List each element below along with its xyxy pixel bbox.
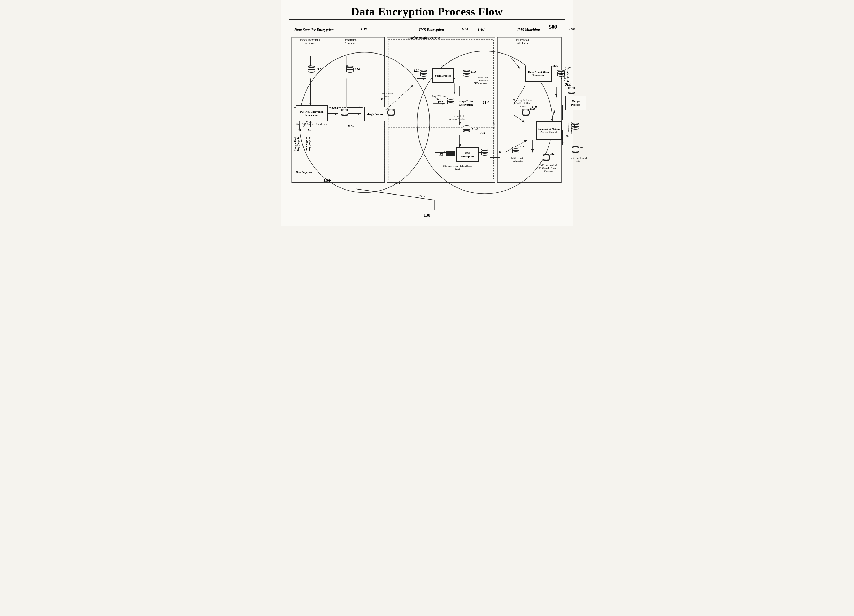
- ims-longitudinal-db-label: IMS Longitudinal Database: [567, 120, 575, 135]
- ref-116b-right: 116b: [419, 194, 426, 199]
- two-key-encryption-box: Two-Key Encryption Application: [296, 105, 328, 122]
- data-acquisition-box: Data Acquisition Processes: [525, 66, 552, 82]
- patient-attrs-label: Patient Identifiable Attributes: [300, 38, 321, 45]
- longitudinal-linking-box: Longitudinal Linking Process (Stage 4): [537, 122, 562, 140]
- ref-121-file: 121: [381, 97, 385, 101]
- section-label-ims-encryption: IMS Encryption: [419, 28, 444, 32]
- prescription-attrs-left-label: Prescription Attributes: [341, 38, 360, 45]
- ref-124: 124: [480, 131, 485, 135]
- merge-process-right-box: Merge Process: [565, 96, 586, 110]
- section-label-data-supplier: Data Supplier Encryption: [294, 28, 334, 32]
- ims-sub-label: IMS: [395, 182, 400, 185]
- db-112: [308, 66, 315, 73]
- ref-121: 121: [414, 68, 419, 73]
- split-process-box: Split Process: [432, 68, 454, 83]
- ref-113: 113: [520, 145, 524, 148]
- diagram-area: Process Straight Data Supplier Encryptio…: [289, 25, 565, 210]
- token-symbol: [446, 151, 455, 157]
- ref-114-left: 114: [355, 67, 360, 71]
- ims-extract-file-label: IMS Extract File: [380, 92, 395, 98]
- ref-112: 112: [316, 67, 321, 71]
- db-114b: [522, 109, 529, 116]
- ref-118a: 118a: [332, 105, 338, 110]
- db-114-left: [346, 66, 354, 73]
- db-200: [568, 87, 575, 94]
- stage2-de-encryption-box: Stage 2 De-Encryption: [455, 96, 477, 110]
- svg-point-8: [299, 52, 430, 192]
- ref-130-top: 130: [477, 27, 485, 32]
- db-ims-out: [481, 149, 488, 155]
- impl-partner-label-right: Implementation Partner: [409, 36, 441, 40]
- ref-116b-left: 116b: [324, 178, 331, 183]
- db-merge-out-left: [387, 109, 395, 116]
- prescription-attrs-right-label: Prescription Attributes: [512, 38, 533, 45]
- ims-longitudinal-ids-label: IMS Longitudinal IDs: [569, 157, 588, 163]
- k2-label: K2: [308, 128, 311, 132]
- ims-encryption-node-box: IMS Encryption: [456, 148, 479, 162]
- db-112f: [543, 154, 550, 161]
- db-117: [572, 146, 579, 153]
- data-supplier-sub-label: Data Supplier: [296, 170, 313, 174]
- ref-118b: 118b: [348, 124, 354, 128]
- k2-prime-label: K2': [438, 100, 443, 105]
- ims-encrypted-attrs-label: IMS Encrypted Attributes: [509, 157, 527, 163]
- db-112a: [463, 125, 470, 132]
- ref-126: 126: [441, 64, 446, 68]
- ref-114-mid: 114: [483, 100, 489, 105]
- ref-110c: 110c: [569, 27, 576, 31]
- ref-115a: 115a: [553, 64, 558, 67]
- db-stage2-vendor: [447, 97, 454, 105]
- merge-process-left-box: Merge Process: [364, 107, 386, 122]
- ims-encryption-token-label: IMS Encryption (Token Based Key): [442, 164, 474, 170]
- section-label-ims-matching: IMS Matching: [517, 28, 540, 32]
- ref-112a-top: 112a: [474, 82, 479, 85]
- svg-line-29: [510, 56, 520, 68]
- ref-119: 119: [564, 135, 569, 138]
- page-number: 130: [289, 213, 565, 218]
- ref-112a-bot: 112a: [472, 127, 478, 131]
- page: Data Encryption Process Flow 500: [281, 0, 573, 225]
- k1-label: K1: [298, 128, 301, 132]
- longitudinal-encrypted-label: Longitudinal Encrypted Attributes: [448, 115, 468, 120]
- data-supplier-key-label: Data Supplier Key (Stage 2): [305, 136, 311, 152]
- longitudinal-key-label: Longitudinal Key (Stage 1): [294, 136, 300, 152]
- matching-attrs-label: Matching Attributes Used in Linking Proc…: [512, 99, 533, 107]
- main-title: Data Encryption Process Flow: [289, 5, 565, 20]
- db-118a: [341, 109, 348, 116]
- standardized-prescription-label: Standardized Prescription Attributes: [560, 67, 569, 83]
- ims-longitudinal-id-cross-label: IMS Longitudinal ID Cross Reference Data…: [538, 164, 558, 172]
- ref-200: 200: [565, 82, 572, 87]
- k3-label: K3: [439, 152, 444, 157]
- ref-112f: 112f: [551, 152, 556, 155]
- svg-line-32: [514, 115, 525, 122]
- db-122: [463, 70, 470, 77]
- db-121: [420, 70, 427, 77]
- ref-117: 117: [578, 147, 583, 150]
- ref-110a: 110a: [361, 27, 368, 31]
- ref-115b: 115b: [532, 105, 537, 109]
- svg-text:Process: Process: [491, 122, 494, 128]
- stage2-vendor-keys-label: Stage 2 Vendor Keys: [430, 95, 448, 101]
- ref-110b: 110b: [462, 27, 468, 31]
- stage12-encrypted-left-label: Stage 1&2 Encrypted Attributes: [296, 123, 328, 126]
- svg-text:Straight: Straight: [493, 121, 495, 129]
- db-113: [512, 147, 520, 154]
- ref-122: 122: [471, 70, 476, 74]
